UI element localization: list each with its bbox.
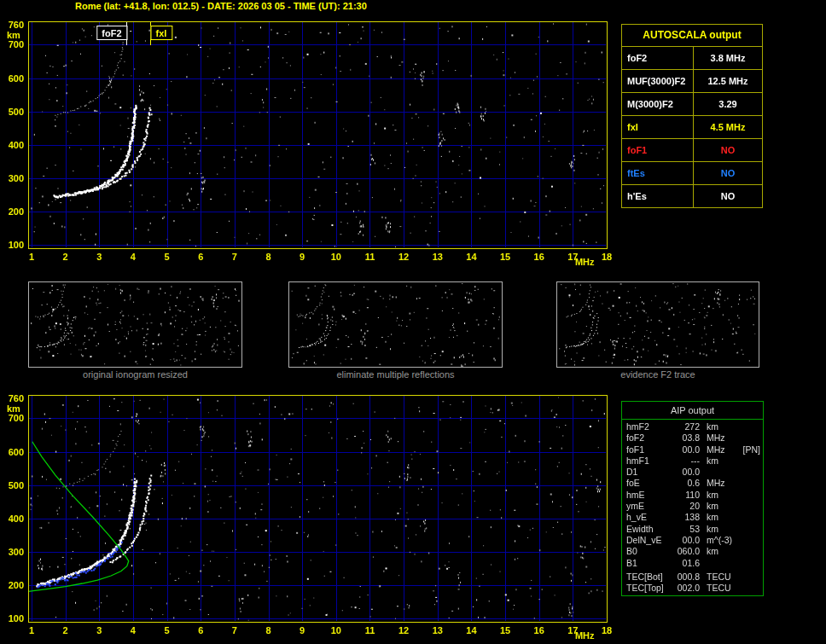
autoscala-row: fxI4.5 MHz [622, 116, 762, 139]
aip-rows: hmF2272kmfoF203.8MHzfoF100.0MHz[PN]hmF1-… [622, 420, 763, 595]
aip-row: B101.6 [626, 558, 763, 569]
param-note [739, 546, 763, 557]
param-unit: MHz [707, 478, 739, 489]
param-value: NO [694, 139, 762, 161]
param-unit: m^(-3) [707, 535, 739, 546]
param-value: 4.5 MHz [694, 116, 762, 138]
aip-table-title: AIP output [622, 402, 763, 420]
param-label: B0 [626, 546, 671, 557]
param-label: foE [626, 478, 671, 489]
aip-row: hmE110km [626, 490, 763, 501]
autoscala-app: { "title": "Rome (lat: +41.8, lon: 012.5… [0, 0, 826, 644]
thumbnail-original-ionogram [28, 281, 242, 368]
autoscala-output-table: AUTOSCALA output foF23.8 MHzMUF(3000)F21… [621, 24, 763, 208]
param-note: [PN] [739, 444, 763, 455]
param-label: D1 [626, 467, 671, 478]
param-unit: km [707, 455, 739, 467]
param-value: 110 [671, 490, 700, 501]
param-note [739, 583, 763, 594]
thumbnail-caption-original: original ionogram resized [28, 369, 242, 380]
aip-row: foE0.6MHz [626, 478, 763, 489]
param-value: 20 [671, 501, 700, 512]
param-unit: TECU [707, 571, 739, 583]
param-note [739, 501, 763, 512]
param-note [739, 558, 763, 569]
param-label: foF1 [622, 139, 694, 161]
param-label: TEC[Top] [626, 583, 671, 594]
bottom-ionogram-plot [0, 386, 623, 644]
param-note [739, 478, 763, 489]
page-title: Rome (lat: +41.8, lon: 012.5) - DATE: 20… [75, 1, 367, 11]
param-value: 060.0 [671, 546, 700, 557]
param-value: 03.8 [671, 432, 700, 444]
param-value: 0.6 [671, 478, 700, 489]
param-value: 12.5 MHz [694, 70, 762, 92]
thumbnail-caption-eliminate: eliminate multiple reflections [288, 369, 503, 380]
aip-row: TEC[Bot]000.8TECU [626, 571, 763, 583]
aip-row: foF100.0MHz[PN] [626, 444, 763, 455]
param-note [739, 421, 763, 432]
param-value: 000.8 [671, 571, 700, 583]
param-label: B1 [626, 558, 671, 569]
param-label: hmF2 [626, 421, 671, 432]
aip-row: hmF1---km [626, 455, 763, 467]
param-label: hmF1 [626, 455, 671, 467]
param-value: 272 [671, 421, 700, 432]
aip-row: D100.0 [626, 467, 763, 478]
param-label: DelN_vE [626, 535, 671, 546]
autoscala-row: ftEsNO [622, 162, 762, 185]
param-unit [707, 558, 739, 569]
param-note [739, 467, 763, 478]
aip-row: hmF2272km [626, 421, 763, 432]
param-label: fxI [622, 116, 694, 138]
param-note [739, 571, 763, 583]
param-label: foF2 [626, 432, 671, 444]
param-value: 53 [671, 524, 700, 535]
thumbnail-caption-evidence: evidence F2 trace [556, 369, 759, 380]
param-note [739, 490, 763, 501]
param-value: 01.6 [671, 558, 700, 569]
param-note [739, 535, 763, 546]
param-unit: MHz [707, 432, 739, 444]
param-label: hmE [626, 490, 671, 501]
param-label: h_vE [626, 512, 671, 523]
param-unit: km [707, 421, 739, 432]
param-value: NO [694, 185, 762, 207]
param-note [739, 524, 763, 535]
param-unit: km [707, 490, 739, 501]
param-value: 00.0 [671, 535, 700, 546]
param-label: ftEs [622, 162, 694, 184]
param-note [739, 455, 763, 467]
aip-row: ymE20km [626, 501, 763, 512]
thumbnail-eliminate-reflections [288, 281, 503, 368]
param-unit: MHz [707, 444, 739, 455]
param-label: foF2 [622, 47, 694, 69]
param-value: 00.0 [671, 467, 700, 478]
param-value: 3.29 [694, 93, 762, 115]
param-value: 3.8 MHz [694, 47, 762, 69]
param-unit: TECU [707, 583, 739, 594]
param-label: h'Es [622, 185, 694, 207]
param-value: 002.0 [671, 583, 700, 594]
param-unit: km [707, 546, 739, 557]
autoscala-row: foF1NO [622, 139, 762, 162]
param-note [739, 512, 763, 523]
param-note [739, 432, 763, 444]
autoscala-row: foF23.8 MHz [622, 47, 762, 70]
param-label: MUF(3000)F2 [622, 70, 694, 92]
aip-output-table: AIP output hmF2272kmfoF203.8MHzfoF100.0M… [621, 401, 764, 596]
param-unit: km [707, 512, 739, 523]
aip-row: Ewidth53km [626, 524, 763, 535]
param-value: NO [694, 162, 762, 184]
param-value: 00.0 [671, 444, 700, 455]
param-label: ymE [626, 501, 671, 512]
aip-row: TEC[Top]002.0TECU [626, 583, 763, 594]
param-label: Ewidth [626, 524, 671, 535]
param-value: 138 [671, 512, 700, 523]
thumbnail-evidence-f2-trace [556, 281, 759, 368]
aip-row: h_vE138km [626, 512, 763, 523]
aip-row: B0060.0km [626, 546, 763, 557]
param-unit [707, 467, 739, 478]
autoscala-rows: foF23.8 MHzMUF(3000)F212.5 MHzM(3000)F23… [622, 47, 762, 207]
param-label: TEC[Bot] [626, 571, 671, 583]
